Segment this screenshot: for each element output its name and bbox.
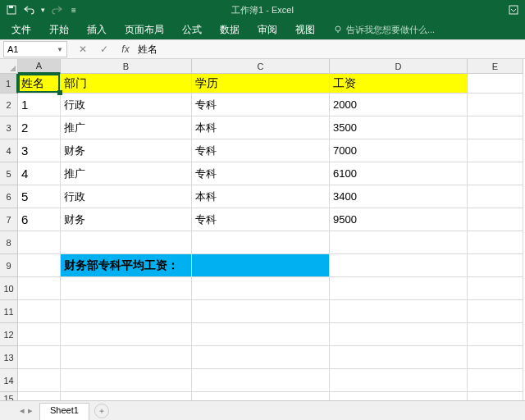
- cell[interactable]: [61, 300, 192, 323]
- cell[interactable]: 专科: [192, 139, 330, 162]
- row-header-10[interactable]: 10: [0, 277, 18, 300]
- cell[interactable]: 专科: [192, 208, 330, 231]
- cell[interactable]: [18, 277, 61, 300]
- cell[interactable]: [468, 277, 523, 300]
- row-header-5[interactable]: 5: [0, 162, 18, 185]
- sheet-next-icon[interactable]: ▸: [28, 405, 33, 416]
- cell[interactable]: [468, 208, 523, 231]
- cell[interactable]: [192, 277, 330, 300]
- row-header-15[interactable]: 15: [0, 392, 18, 400]
- cell[interactable]: 工资: [330, 74, 468, 94]
- cell[interactable]: [330, 323, 468, 346]
- qat-customize-icon[interactable]: ≡: [71, 6, 76, 15]
- cell[interactable]: 7000: [330, 139, 468, 162]
- cell[interactable]: [18, 369, 61, 392]
- cell[interactable]: 3500: [330, 116, 468, 139]
- cell[interactable]: [330, 392, 468, 400]
- ribbon-options-icon[interactable]: [507, 3, 520, 16]
- undo-icon[interactable]: [23, 3, 36, 16]
- cell[interactable]: 学历: [192, 74, 330, 94]
- cell[interactable]: 2000: [330, 94, 468, 116]
- fx-icon[interactable]: fx: [118, 42, 133, 57]
- cell[interactable]: 专科: [192, 162, 330, 185]
- cell[interactable]: 部门: [61, 74, 192, 94]
- cell[interactable]: 财务: [61, 208, 192, 231]
- cell[interactable]: [468, 94, 523, 116]
- cell[interactable]: [18, 300, 61, 323]
- row-header-4[interactable]: 4: [0, 139, 18, 162]
- cell[interactable]: [468, 116, 523, 139]
- cell[interactable]: 财务: [61, 139, 192, 162]
- cell[interactable]: 行政: [61, 94, 192, 116]
- cell[interactable]: [468, 369, 523, 392]
- row-header-14[interactable]: 14: [0, 369, 18, 392]
- cell[interactable]: [18, 392, 61, 400]
- cell[interactable]: [18, 231, 61, 254]
- accept-formula-icon[interactable]: ✓: [97, 42, 112, 57]
- save-icon[interactable]: [5, 3, 18, 16]
- cell[interactable]: [468, 300, 523, 323]
- row-header-2[interactable]: 2: [0, 94, 18, 116]
- name-box[interactable]: A1 ▼: [3, 41, 67, 57]
- cell[interactable]: 5: [18, 185, 61, 208]
- col-header-C[interactable]: C: [192, 59, 330, 74]
- cell[interactable]: 行政: [61, 185, 192, 208]
- row-header-1[interactable]: 1: [0, 74, 18, 94]
- row-header-6[interactable]: 6: [0, 185, 18, 208]
- cell[interactable]: [18, 346, 61, 369]
- qat-dropdown-icon[interactable]: ▾: [41, 6, 45, 14]
- cell[interactable]: [468, 185, 523, 208]
- row-header-7[interactable]: 7: [0, 208, 18, 231]
- cell[interactable]: [192, 254, 330, 277]
- cell[interactable]: [192, 369, 330, 392]
- cell[interactable]: [61, 231, 192, 254]
- cell-grid[interactable]: 姓名部门学历工资1行政专科20002推广本科35003财务专科70004推广专科…: [18, 74, 523, 400]
- cell[interactable]: [468, 74, 523, 94]
- cell[interactable]: [330, 369, 468, 392]
- col-header-A[interactable]: A: [18, 59, 61, 74]
- cancel-formula-icon[interactable]: ✕: [75, 42, 90, 57]
- cell[interactable]: 9500: [330, 208, 468, 231]
- cell[interactable]: 专科: [192, 94, 330, 116]
- col-header-E[interactable]: E: [468, 59, 523, 74]
- formula-input[interactable]: [133, 41, 525, 57]
- cell[interactable]: [61, 392, 192, 400]
- cell[interactable]: [330, 231, 468, 254]
- cell[interactable]: [330, 254, 468, 277]
- cell[interactable]: [192, 300, 330, 323]
- sheet-nav[interactable]: ◂ ▸: [20, 405, 33, 416]
- cell[interactable]: [330, 346, 468, 369]
- cell[interactable]: [468, 346, 523, 369]
- cell[interactable]: 3: [18, 139, 61, 162]
- cell[interactable]: 姓名: [18, 74, 61, 94]
- row-header-12[interactable]: 12: [0, 323, 18, 346]
- row-header-8[interactable]: 8: [0, 231, 18, 254]
- cell[interactable]: [330, 300, 468, 323]
- cell[interactable]: 6: [18, 208, 61, 231]
- cell[interactable]: 6100: [330, 162, 468, 185]
- cell[interactable]: [61, 323, 192, 346]
- row-header-13[interactable]: 13: [0, 346, 18, 369]
- cell[interactable]: [468, 162, 523, 185]
- sheet-tab-1[interactable]: Sheet1: [39, 403, 89, 421]
- col-header-D[interactable]: D: [330, 59, 468, 74]
- tab-formulas[interactable]: 公式: [176, 21, 208, 39]
- cell[interactable]: [468, 392, 523, 400]
- grid[interactable]: ABCDE 123456789101112131415 姓名部门学历工资1行政专…: [0, 59, 525, 400]
- cell[interactable]: 4: [18, 162, 61, 185]
- tab-insert[interactable]: 插入: [80, 21, 113, 39]
- cell[interactable]: [468, 231, 523, 254]
- cell[interactable]: [330, 277, 468, 300]
- tab-pagelayout[interactable]: 页面布局: [118, 21, 171, 39]
- tab-review[interactable]: 审阅: [251, 21, 284, 39]
- sheet-prev-icon[interactable]: ◂: [20, 405, 25, 416]
- add-sheet-button[interactable]: ＋: [94, 404, 109, 418]
- cell[interactable]: 推广: [61, 116, 192, 139]
- cell[interactable]: [61, 346, 192, 369]
- cell[interactable]: 本科: [192, 185, 330, 208]
- cell[interactable]: [192, 231, 330, 254]
- row-header-11[interactable]: 11: [0, 300, 18, 323]
- tellme-search[interactable]: 告诉我您想要做什么...: [333, 24, 435, 36]
- cell[interactable]: [468, 254, 523, 277]
- tab-file[interactable]: 文件: [5, 21, 38, 39]
